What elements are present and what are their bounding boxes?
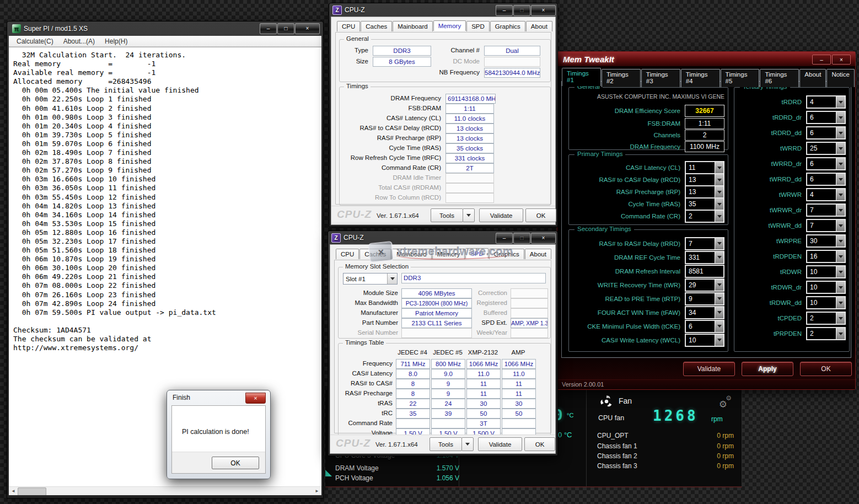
timing-select[interactable]: 10 xyxy=(685,334,724,347)
minimize-button[interactable]: – xyxy=(496,233,513,244)
tab-timings-5[interactable]: Timings #5 xyxy=(721,69,760,87)
ok-button[interactable]: OK xyxy=(524,437,555,451)
timing-select[interactable]: 6 xyxy=(806,111,846,124)
minimize-button[interactable]: – xyxy=(812,55,831,65)
tools-button[interactable]: Tools xyxy=(430,437,462,451)
refresh-interval-input[interactable]: 8581 xyxy=(685,265,724,278)
chevron-down-icon[interactable] xyxy=(836,205,845,216)
timing-select[interactable]: 6 xyxy=(806,173,846,186)
chevron-down-icon[interactable] xyxy=(836,127,845,138)
tab-timings-4[interactable]: Timings #4 xyxy=(681,69,720,87)
tab-notice[interactable]: Notice xyxy=(826,69,855,87)
timing-select[interactable]: 10 xyxy=(806,296,846,309)
chevron-down-icon[interactable] xyxy=(836,143,845,154)
close-button[interactable]: × xyxy=(531,233,556,244)
tab-spd[interactable]: SPD xyxy=(465,248,488,259)
close-button[interactable]: × xyxy=(832,55,851,65)
tab-timings-1[interactable]: Timings #1 xyxy=(562,68,601,86)
chevron-down-icon[interactable] xyxy=(387,274,397,284)
scroll-right-arrow-icon[interactable]: ► xyxy=(313,487,321,495)
timing-select[interactable]: 13 xyxy=(685,185,724,199)
timing-select[interactable]: 6 xyxy=(806,126,846,140)
apply-button[interactable]: Apply xyxy=(742,362,793,376)
timing-select[interactable]: 2 xyxy=(685,210,724,223)
chevron-down-icon[interactable] xyxy=(715,252,723,263)
chevron-down-icon[interactable] xyxy=(836,158,845,169)
chevron-down-icon[interactable] xyxy=(836,96,845,108)
timing-select[interactable]: 29 xyxy=(685,278,724,292)
ok-button[interactable]: OK xyxy=(800,362,852,376)
tab-memory[interactable]: Memory xyxy=(432,249,465,259)
chevron-down-icon[interactable] xyxy=(836,313,845,324)
tab-about[interactable]: About xyxy=(525,249,551,259)
minimize-button[interactable]: – xyxy=(496,5,513,16)
timing-select[interactable]: 13 xyxy=(685,173,724,186)
timing-select[interactable]: 6 xyxy=(685,320,724,333)
tab-timings-3[interactable]: Timings #3 xyxy=(641,69,680,87)
timing-select[interactable]: 25 xyxy=(806,142,846,155)
tools-button[interactable]: Tools xyxy=(431,208,463,222)
chevron-down-icon[interactable] xyxy=(715,280,723,291)
tab-about[interactable]: About xyxy=(526,21,552,31)
timing-select[interactable]: 2 xyxy=(806,327,846,340)
close-button[interactable]: × xyxy=(245,393,266,404)
timing-select[interactable]: 4 xyxy=(806,95,846,109)
timing-select[interactable]: 10 xyxy=(806,265,846,278)
chevron-down-icon[interactable] xyxy=(836,235,845,246)
tab-cpu[interactable]: CPU xyxy=(336,249,359,259)
timing-select[interactable]: 7 xyxy=(806,219,846,232)
tab-timings-6[interactable]: Timings #6 xyxy=(760,69,799,87)
chevron-down-icon[interactable] xyxy=(836,328,845,339)
close-button[interactable]: × xyxy=(531,5,556,16)
chevron-down-icon[interactable] xyxy=(715,174,723,185)
chevron-down-icon[interactable] xyxy=(836,251,845,262)
tab-cpu[interactable]: CPU xyxy=(337,21,360,31)
chevron-down-icon[interactable] xyxy=(836,297,845,308)
horizontal-scrollbar[interactable]: ◄ ► xyxy=(9,486,321,495)
timing-select[interactable]: 34 xyxy=(685,306,724,319)
chevron-down-icon[interactable] xyxy=(836,220,845,231)
memtweakit-titlebar[interactable]: Mem TweakIt – × xyxy=(557,52,855,67)
tab-graphics[interactable]: Graphics xyxy=(490,21,525,31)
timing-select[interactable]: 35 xyxy=(685,197,724,211)
chevron-down-icon[interactable] xyxy=(836,189,845,200)
gear-icon[interactable]: ⚙ xyxy=(719,399,727,410)
timing-select[interactable]: 4 xyxy=(806,188,846,201)
timing-select[interactable]: 6 xyxy=(806,157,846,170)
tab-caches[interactable]: Caches xyxy=(359,249,391,259)
scrollbar-thumb[interactable] xyxy=(18,487,46,495)
tab-timings-2[interactable]: Timings #2 xyxy=(602,69,641,87)
timing-select[interactable]: 11 xyxy=(685,161,724,174)
chevron-down-icon[interactable] xyxy=(715,162,723,173)
maximize-button[interactable]: □ xyxy=(513,233,530,244)
menu-help[interactable]: Help(H) xyxy=(100,37,132,46)
menu-about[interactable]: About...(A) xyxy=(59,37,99,46)
finish-dialog-titlebar[interactable]: Finish × xyxy=(167,390,270,405)
tools-dropdown-button[interactable] xyxy=(463,208,475,222)
chevron-down-icon[interactable] xyxy=(715,238,723,249)
validate-button[interactable]: Validate xyxy=(478,437,522,451)
tab-spd[interactable]: SPD xyxy=(466,21,490,31)
timing-select[interactable]: 7 xyxy=(806,203,846,217)
tab-caches[interactable]: Caches xyxy=(361,21,392,31)
tab-mainboard[interactable]: Mainboard xyxy=(391,249,431,259)
timing-select[interactable]: 2 xyxy=(806,312,846,325)
close-button[interactable]: × xyxy=(295,23,320,34)
timing-select[interactable]: 30 xyxy=(806,234,846,248)
validate-button[interactable]: Validate xyxy=(479,208,523,222)
tools-dropdown-button[interactable] xyxy=(461,437,474,451)
minimize-button[interactable]: – xyxy=(260,23,277,34)
scroll-left-arrow-icon[interactable]: ◄ xyxy=(9,487,18,495)
timing-select[interactable]: 16 xyxy=(806,250,846,263)
timing-select[interactable]: 9 xyxy=(685,292,724,305)
ok-button[interactable]: OK xyxy=(212,457,259,469)
tab-mainboard[interactable]: Mainboard xyxy=(393,21,432,31)
cpuz-titlebar[interactable]: Z CPU-Z – □ × xyxy=(328,231,557,244)
chevron-down-icon[interactable] xyxy=(715,186,723,197)
timing-select[interactable]: 7 xyxy=(685,237,724,250)
chevron-down-icon[interactable] xyxy=(715,211,723,222)
tab-memory[interactable]: Memory xyxy=(433,20,466,31)
maximize-button[interactable]: □ xyxy=(513,5,530,16)
chevron-down-icon[interactable] xyxy=(715,199,723,210)
slot-select[interactable]: Slot #1 xyxy=(343,273,398,285)
